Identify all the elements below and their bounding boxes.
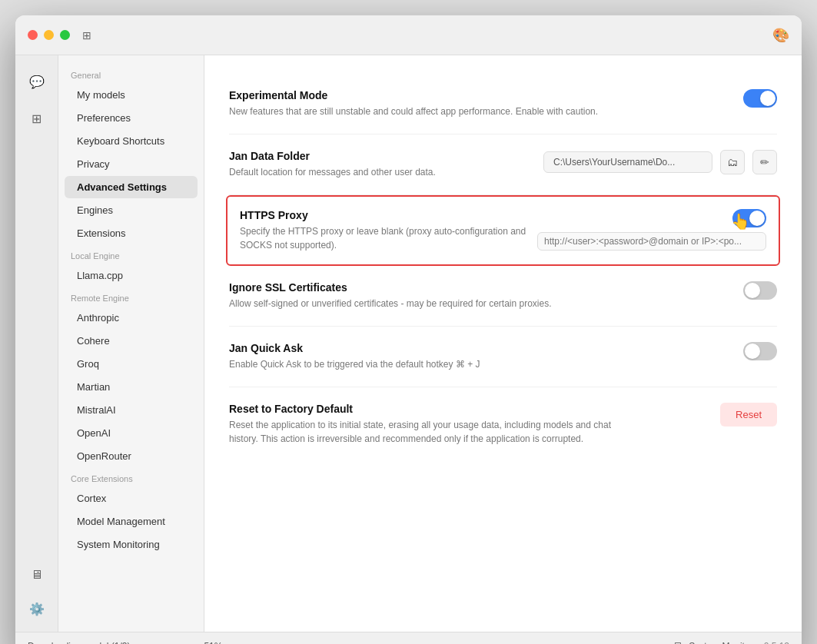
sidebar-item-engines[interactable]: Engines [65, 199, 198, 221]
ignore-ssl-info: Ignore SSL Certificates Allow self-signe… [229, 281, 613, 310]
reset-factory-info: Reset to Factory Default Reset the appli… [229, 403, 613, 446]
profile-icon[interactable]: 🎨 [772, 27, 789, 44]
traffic-lights [28, 30, 70, 40]
experimental-mode-toggle-knob [760, 91, 775, 106]
sidebar-item-groq[interactable]: Groq [65, 353, 198, 375]
https-proxy-row: HTTPS Proxy Specify the HTTPS proxy or l… [226, 195, 780, 266]
proxy-url-input[interactable] [544, 236, 759, 247]
https-proxy-toggle[interactable] [732, 209, 766, 227]
experimental-mode-title: Experimental Mode [229, 89, 613, 101]
sidebar-item-cortex[interactable]: Cortex [65, 487, 198, 510]
jan-quick-ask-info: Jan Quick Ask Enable Quick Ask to be tri… [229, 342, 613, 371]
experimental-mode-row: Experimental Mode New features that are … [229, 74, 777, 134]
titlebar: ⊞ 🎨 [15, 15, 802, 55]
monitor-icon: 🖥 [673, 640, 682, 644]
https-proxy-title: HTTPS Proxy [240, 209, 537, 221]
core-extensions-section-label: Core Extensions [58, 468, 204, 486]
https-proxy-desc: Specify the HTTPS proxy or leave blank (… [240, 224, 537, 252]
sidebar-item-model-management[interactable]: Model Management [65, 510, 198, 533]
screen-nav-button[interactable]: 🖥 [23, 561, 51, 589]
sidebar-item-llamacpp[interactable]: Llama.cpp [65, 264, 198, 287]
sidebar-item-my-models[interactable]: My models [65, 84, 198, 106]
models-nav-button[interactable]: ⊞ [23, 105, 51, 132]
reset-factory-control: Reset [720, 403, 777, 427]
sidebar-item-advanced-settings[interactable]: Advanced Settings [65, 176, 198, 198]
ignore-ssl-control [743, 281, 777, 300]
main-layout: 💬 ⊞ 🖥 ⚙️ General My models Preferences K… [15, 55, 802, 632]
system-monitor-label[interactable]: System Monitor [689, 641, 752, 645]
downloading-label: Downloading model (1/3) [28, 641, 130, 645]
remote-engine-section-label: Remote Engine [58, 287, 204, 306]
progress-percent: 51% [204, 641, 222, 645]
sidebar-item-keyboard-shortcuts[interactable]: Keyboard Shortcuts [65, 130, 198, 152]
jan-quick-ask-toggle[interactable] [743, 342, 777, 360]
jan-quick-ask-control [743, 342, 777, 360]
statusbar: Downloading model (1/3) 51% 🖥 System Mon… [15, 632, 802, 644]
https-proxy-control: 👆 [537, 209, 766, 251]
maximize-button[interactable] [60, 30, 70, 40]
sidebar-item-extensions[interactable]: Extensions [65, 222, 198, 244]
sidebar-item-openai[interactable]: OpenAI [65, 422, 198, 444]
https-proxy-toggle-knob [749, 211, 765, 226]
ignore-ssl-toggle-knob [745, 283, 760, 298]
experimental-mode-info: Experimental Mode New features that are … [229, 89, 613, 118]
nav-sidebar: General My models Preferences Keyboard S… [58, 55, 204, 632]
sidebar-item-system-monitoring[interactable]: System Monitoring [65, 533, 198, 556]
app-icon: ⊞ [79, 28, 95, 43]
experimental-mode-control [743, 89, 777, 108]
jan-data-folder-row: Jan Data Folder Default location for mes… [229, 134, 777, 195]
https-proxy-toggle-wrapper: 👆 [732, 209, 766, 227]
settings-content: Experimental Mode New features that are … [204, 55, 802, 632]
https-proxy-info: HTTPS Proxy Specify the HTTPS proxy or l… [240, 209, 537, 252]
edit-folder-button[interactable]: ✏ [752, 150, 777, 174]
close-button[interactable] [28, 30, 38, 40]
statusbar-right: 🖥 System Monitor v0.5.12 [673, 640, 789, 644]
sidebar-item-mistralai[interactable]: MistralAI [65, 399, 198, 421]
general-section-label: General [58, 65, 204, 83]
sidebar-item-privacy[interactable]: Privacy [65, 153, 198, 175]
jan-data-folder-control: C:\Users\YourUsername\Do... 🗂 ✏ [543, 150, 777, 174]
ignore-ssl-toggle[interactable] [743, 281, 777, 300]
experimental-mode-toggle[interactable] [743, 89, 777, 108]
jan-data-folder-info: Jan Data Folder Default location for mes… [229, 150, 543, 179]
reset-factory-title: Reset to Factory Default [229, 403, 613, 415]
icon-sidebar: 💬 ⊞ 🖥 ⚙️ [15, 55, 58, 632]
jan-data-folder-desc: Default location for messages and other … [229, 165, 543, 179]
ignore-ssl-desc: Allow self-signed or unverified certific… [229, 297, 613, 310]
app-window: ⊞ 🎨 💬 ⊞ 🖥 ⚙️ General My models Preferenc… [15, 15, 802, 644]
reset-button[interactable]: Reset [720, 403, 777, 427]
local-engine-section-label: Local Engine [58, 245, 204, 264]
jan-data-folder-title: Jan Data Folder [229, 150, 543, 162]
sidebar-item-anthropic[interactable]: Anthropic [65, 307, 198, 329]
jan-quick-ask-row: Jan Quick Ask Enable Quick Ask to be tri… [229, 327, 777, 387]
ignore-ssl-row: Ignore SSL Certificates Allow self-signe… [229, 266, 777, 327]
experimental-mode-desc: New features that are still unstable and… [229, 105, 613, 118]
jan-quick-ask-desc: Enable Quick Ask to be triggered via the… [229, 357, 613, 371]
settings-nav-button[interactable]: ⚙️ [23, 595, 51, 622]
folder-path-display: C:\Users\YourUsername\Do... [543, 151, 712, 173]
sidebar-item-cohere[interactable]: Cohere [65, 330, 198, 352]
sidebar-item-martian[interactable]: Martian [65, 376, 198, 398]
version-label: v0.5.12 [759, 641, 789, 645]
minimize-button[interactable] [44, 30, 54, 40]
chat-nav-button[interactable]: 💬 [23, 68, 51, 95]
jan-quick-ask-title: Jan Quick Ask [229, 342, 613, 354]
sidebar-item-preferences[interactable]: Preferences [65, 107, 198, 129]
reset-factory-row: Reset to Factory Default Reset the appli… [229, 387, 777, 461]
jan-quick-ask-toggle-knob [745, 344, 760, 359]
reset-factory-desc: Reset the application to its initial sta… [229, 418, 613, 446]
ignore-ssl-title: Ignore SSL Certificates [229, 281, 613, 294]
open-folder-button[interactable]: 🗂 [720, 150, 745, 174]
sidebar-item-openrouter[interactable]: OpenRouter [65, 445, 198, 467]
